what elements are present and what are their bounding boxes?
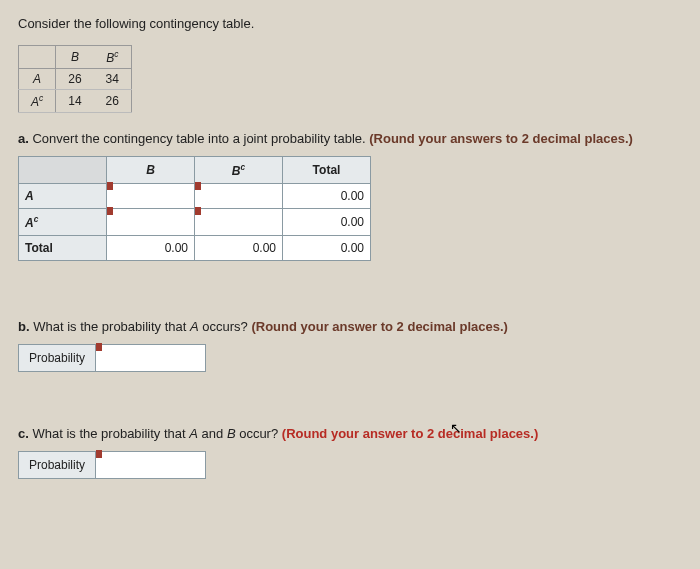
cell-a-b: 26 [56, 69, 94, 90]
row-header-ac: Ac [19, 90, 56, 113]
part-c-label: c. [18, 426, 29, 441]
joint-corner [19, 157, 107, 184]
cell-a-bc: 34 [94, 69, 132, 90]
part-b-round: (Round your answer to 2 decimal places.) [251, 319, 507, 334]
cursor-icon: ↖ [450, 420, 462, 436]
joint-a-bc-input[interactable] [195, 184, 283, 209]
intro-text: Consider the following contingency table… [18, 16, 682, 31]
joint-a-total: 0.00 [283, 184, 371, 209]
cell-ac-b: 14 [56, 90, 94, 113]
joint-ac-bc-input[interactable] [195, 209, 283, 236]
contingency-table: B Bc A 26 34 Ac 14 26 [18, 45, 132, 113]
joint-col-total: Total [283, 157, 371, 184]
joint-a-b-input[interactable] [107, 184, 195, 209]
row-header-a: A [19, 69, 56, 90]
joint-col-bc: Bc [195, 157, 283, 184]
probability-label-c: Probability [18, 451, 96, 479]
joint-col-b: B [107, 157, 195, 184]
part-b-label: b. [18, 319, 30, 334]
part-b-text-prefix: What is the probability that A occurs? [33, 319, 248, 334]
joint-ac-b-input[interactable] [107, 209, 195, 236]
probability-label-b: Probability [18, 344, 96, 372]
joint-grand-total: 0.00 [283, 236, 371, 261]
part-a-round: (Round your answers to 2 decimal places.… [369, 131, 633, 146]
part-c-round: (Round your answer to 2 decimal places.) [282, 426, 538, 441]
joint-row-ac: Ac [19, 209, 107, 236]
col-header-b: B [56, 46, 94, 69]
joint-ac-total: 0.00 [283, 209, 371, 236]
col-header-bc: Bc [94, 46, 132, 69]
part-a-label: a. [18, 131, 29, 146]
joint-row-a: A [19, 184, 107, 209]
question-a: a. Convert the contingency table into a … [18, 131, 682, 146]
probability-input-c[interactable] [96, 451, 206, 479]
question-b: b. What is the probability that A occurs… [18, 319, 682, 334]
cell-ac-bc: 26 [94, 90, 132, 113]
probability-input-b[interactable] [96, 344, 206, 372]
part-a-text: Convert the contingency table into a joi… [32, 131, 365, 146]
part-c-text-prefix: What is the probability that A and B occ… [32, 426, 278, 441]
joint-row-total: Total [19, 236, 107, 261]
joint-total-b: 0.00 [107, 236, 195, 261]
joint-probability-table: B Bc Total A 0.00 Ac 0.00 Total 0.00 0.0… [18, 156, 371, 261]
question-c: c. What is the probability that A and B … [18, 426, 682, 441]
joint-total-bc: 0.00 [195, 236, 283, 261]
